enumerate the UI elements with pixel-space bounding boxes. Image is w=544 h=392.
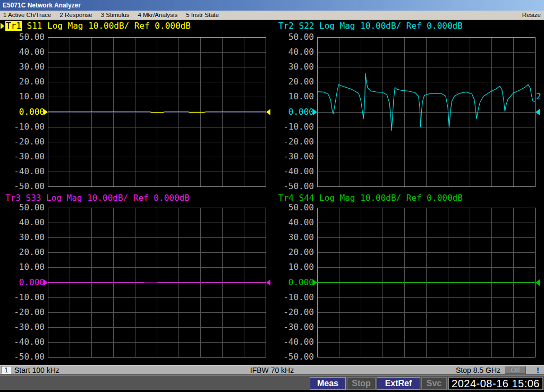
graticule-tr3: [48, 208, 266, 357]
scale-tick: 20.00: [4, 77, 45, 87]
window-title: E5071C Network Analyzer: [3, 2, 81, 9]
graticule-tr4: [317, 208, 536, 357]
analyzer-screen: Tr1 S11 Log Mag 10.00dB/ Ref 0.000dB50.0…: [0, 20, 544, 365]
instrument-status-bar: Meas Stop ExtRef Svc 2024-08-16 15:06: [0, 375, 544, 390]
ref-level-marker-left-tr1: [44, 109, 48, 115]
scale-tick: -40.00: [4, 337, 45, 347]
menu-item-response[interactable]: 2 Response: [55, 11, 96, 20]
ref-level-marker-right-tr2: [536, 109, 540, 115]
datetime-display: 2024-08-16 15:06: [448, 377, 543, 390]
app-window: E5071C Network Analyzer 1 Active Ch/Trac…: [0, 0, 544, 392]
scale-tick: -30.00: [4, 322, 45, 332]
scale-tick: 20.00: [274, 248, 314, 257]
stop-frequency-label: Stop 8.5 GHz: [456, 366, 500, 374]
ref-level-marker-left-tr4: [313, 279, 317, 286]
scale-tick: -20.00: [4, 137, 45, 147]
scale-tick: -30.00: [4, 152, 45, 161]
scale-tick: 40.00: [4, 47, 45, 57]
scale-tick: 30.00: [4, 62, 45, 72]
scale-tick: -40.00: [274, 167, 314, 176]
trace-header-tr2[interactable]: Tr2 S22 Log Mag 10.00dB/ Ref 0.000dB: [278, 21, 463, 30]
scale-tick: 0.000: [4, 107, 45, 117]
scale-tick: -20.00: [274, 308, 314, 317]
scale-tick: 40.00: [274, 47, 314, 57]
ref-level-marker-right-tr1: [266, 109, 270, 115]
extref-status-indicator: ExtRef: [377, 377, 420, 390]
scale-tick: -40.00: [274, 337, 314, 347]
scale-tick: -10.00: [274, 293, 314, 302]
scale-tick: 10.00: [274, 92, 314, 101]
scale-tick: 50.00: [274, 32, 314, 42]
scale-tick: 10.00: [274, 262, 314, 272]
scale-tick: -50.00: [274, 182, 314, 191]
stop-status-indicator: Stop: [347, 377, 376, 390]
scale-tick: -40.00: [4, 167, 45, 176]
scale-tick: 30.00: [274, 233, 314, 242]
meas-status-indicator: Meas: [310, 377, 346, 390]
scale-tick: 40.00: [274, 218, 314, 227]
trace-header-tr3[interactable]: Tr3 S33 Log Mag 10.00dB/ Ref 0.000dB: [5, 193, 190, 202]
averaging-off-button[interactable]: Off: [505, 366, 526, 374]
trace-header-tr1[interactable]: Tr1 S11 Log Mag 10.00dB/ Ref 0.000dB: [5, 21, 191, 30]
scale-tick: -50.00: [4, 352, 45, 362]
ref-level-marker-left-tr2: [313, 109, 317, 115]
scale-tick: 20.00: [274, 77, 314, 87]
scale-tick: 50.00: [274, 203, 314, 212]
scale-tick: 40.00: [4, 218, 45, 227]
trace-label-tr1: Tr1: [5, 21, 22, 31]
scale-tick: -50.00: [4, 182, 45, 191]
active-trace-arrow-icon: [1, 23, 4, 29]
scale-tick: -10.00: [274, 122, 314, 132]
scale-tick: -10.00: [4, 293, 45, 302]
scale-tick: -20.00: [4, 308, 45, 317]
scale-tick: -10.00: [4, 122, 45, 132]
graticule-tr1: [48, 37, 266, 187]
scale-tick: 20.00: [4, 248, 45, 257]
ref-level-marker-right-tr3: [266, 279, 270, 286]
scale-tick: -50.00: [274, 352, 314, 362]
scale-tick: -30.00: [274, 322, 314, 332]
scale-tick: 10.00: [4, 92, 45, 101]
trace-header-text: S44 Log Mag 10.00dB/ Ref 0.000dB: [294, 193, 463, 203]
scale-tick: 0.000: [274, 278, 314, 287]
menu-item-instr-state[interactable]: 5 Instr State: [182, 11, 223, 20]
ref-level-marker-right-tr4: [536, 279, 540, 286]
alert-indicator: !: [537, 366, 539, 374]
scale-tick: -30.00: [274, 152, 314, 161]
trace-label-tr3: Tr3: [5, 193, 21, 203]
trace-number-marker: 2: [536, 92, 541, 101]
scale-tick: -20.00: [274, 137, 314, 147]
trace-header-tr4[interactable]: Tr4 S44 Log Mag 10.00dB/ Ref 0.000dB: [278, 193, 463, 202]
scale-tick: 0.000: [4, 278, 45, 287]
scale-tick: 30.00: [274, 62, 314, 72]
window-bottom-edge: [0, 390, 544, 392]
scale-tick: 50.00: [4, 203, 45, 212]
channel-status-bar: 1 Start 100 kHz IFBW 70 kHz Stop 8.5 GHz…: [0, 365, 544, 375]
ref-level-marker-left-tr3: [44, 279, 48, 286]
menu-item-active-ch-trace[interactable]: 1 Active Ch/Trace: [0, 11, 55, 20]
graticule-tr2: [317, 37, 536, 187]
resize-control[interactable]: Resize: [522, 11, 541, 20]
trace-label-tr4: Tr4: [278, 193, 294, 203]
trace-header-text: S22 Log Mag 10.00dB/ Ref 0.000dB: [294, 21, 463, 31]
svc-status-indicator: Svc: [421, 377, 447, 390]
scale-tick: 10.00: [4, 262, 45, 272]
trace-header-text: S11 Log Mag 10.00dB/ Ref 0.000dB: [22, 21, 191, 31]
scale-tick: 50.00: [4, 32, 45, 42]
trace-label-tr2: Tr2: [278, 21, 294, 31]
title-bar: E5071C Network Analyzer: [0, 0, 544, 11]
scale-tick: 30.00: [4, 233, 45, 242]
scale-tick: 0.000: [274, 107, 314, 117]
menu-item-mkr-analysis[interactable]: 4 Mkr/Analysis: [133, 11, 182, 20]
menu-item-stimulus[interactable]: 3 Stimulus: [97, 11, 134, 20]
menu-bar: 1 Active Ch/Trace2 Response3 Stimulus4 M…: [0, 11, 544, 20]
trace-header-text: S33 Log Mag 10.00dB/ Ref 0.000dB: [21, 193, 190, 203]
